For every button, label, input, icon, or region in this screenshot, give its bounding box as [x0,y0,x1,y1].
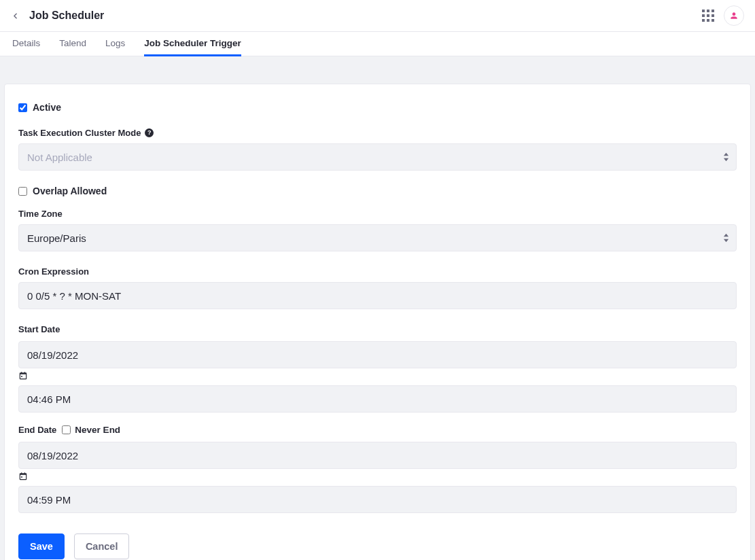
user-avatar[interactable] [724,5,744,26]
end-date-input[interactable]: 08/19/2022 [18,442,737,469]
start-date-label: Start Date [18,324,737,334]
active-row: Active [18,102,737,113]
end-date-value: 08/19/2022 [27,450,78,461]
end-time-value: 04:59 PM [27,494,71,506]
active-label: Active [33,102,61,113]
cluster-mode-select[interactable]: Not Applicable [18,143,737,171]
tab-logs[interactable]: Logs [105,32,125,56]
start-date-group: Start Date 08/19/2022 04:46 PM [18,324,737,413]
tabbar: Details Talend Logs Job Scheduler Trigge… [0,32,755,56]
end-date-label: End Date [18,425,56,435]
help-icon[interactable]: ? [145,128,154,137]
topbar: Job Scheduler [0,0,755,32]
cron-input[interactable]: 0 0/5 * ? * MON-SAT [18,282,737,309]
page-title: Job Scheduler [29,10,104,22]
end-date-label-row: End Date Never End [18,425,737,435]
back-icon[interactable] [11,12,20,20]
calendar-icon [18,472,28,481]
timezone-value: Europe/Paris [27,232,86,244]
cluster-mode-label-row: Task Execution Cluster Mode ? [18,128,737,138]
calendar-icon [18,371,28,381]
tab-details[interactable]: Details [12,32,40,56]
cron-label: Cron Expression [18,266,737,277]
start-time-value: 04:46 PM [27,393,71,405]
overlap-row: Overlap Allowed [18,186,737,196]
start-date-value: 08/19/2022 [27,349,78,361]
end-time-input[interactable]: 04:59 PM [18,486,737,513]
apps-icon[interactable] [702,10,714,22]
chevron-updown-icon [723,153,729,162]
cluster-mode-value: Not Applicable [27,152,92,163]
content-area: Active Task Execution Cluster Mode ? Not… [0,56,755,560]
button-row: Save Cancel [18,533,737,559]
active-checkbox[interactable] [18,103,27,112]
timezone-select[interactable]: Europe/Paris [18,224,737,251]
never-end-checkbox[interactable] [62,425,71,434]
cluster-mode-group: Task Execution Cluster Mode ? Not Applic… [18,128,737,171]
end-date-group: End Date Never End 08/19/2022 04:59 PM [18,425,737,513]
form-card: Active Task Execution Cluster Mode ? Not… [4,84,751,560]
cluster-mode-label: Task Execution Cluster Mode [18,128,141,138]
end-date-picker-button[interactable] [18,472,737,483]
cancel-button[interactable]: Cancel [74,533,130,559]
overlap-label: Overlap Allowed [33,186,107,196]
save-button[interactable]: Save [18,533,65,559]
tab-talend[interactable]: Talend [59,32,86,56]
cron-value: 0 0/5 * ? * MON-SAT [27,290,121,302]
timezone-label: Time Zone [18,209,737,219]
chevron-updown-icon [723,234,729,243]
tab-job-scheduler-trigger[interactable]: Job Scheduler Trigger [144,32,241,56]
never-end-wrapper: Never End [62,425,120,435]
start-time-input[interactable]: 04:46 PM [18,385,737,413]
start-date-input[interactable]: 08/19/2022 [18,341,737,368]
overlap-checkbox[interactable] [18,187,27,196]
topbar-left: Job Scheduler [11,10,104,22]
cron-group: Cron Expression 0 0/5 * ? * MON-SAT [18,266,737,309]
timezone-group: Time Zone Europe/Paris [18,209,737,251]
topbar-right [702,5,744,26]
never-end-label: Never End [75,425,120,435]
start-date-picker-button[interactable] [18,371,737,383]
